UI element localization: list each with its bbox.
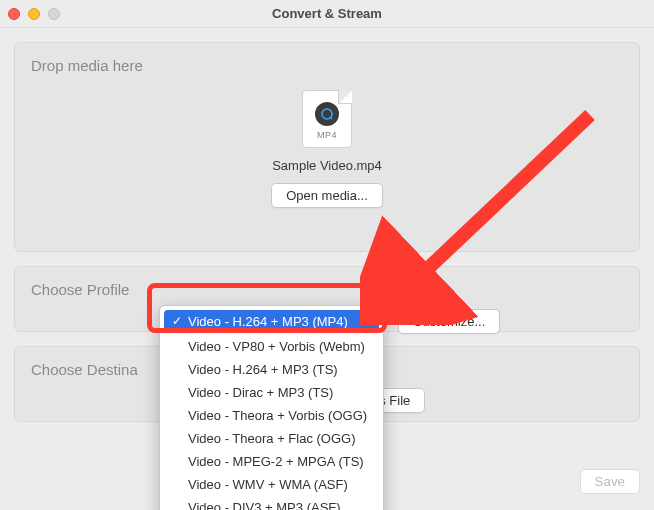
dropdown-item[interactable]: Video - MPEG-2 + MPGA (TS) [160, 450, 383, 473]
file-icon: MP4 [302, 90, 352, 148]
convert-stream-window: Convert & Stream Drop media here MP4 Sam… [0, 0, 654, 510]
file-ext-label: MP4 [317, 130, 337, 140]
filename-label: Sample Video.mp4 [272, 158, 382, 173]
dropdown-item[interactable]: Video - WMV + WMA (ASF) [160, 473, 383, 496]
open-media-button[interactable]: Open media... [271, 183, 383, 208]
dropdown-item-selected[interactable]: Video - H.264 + MP3 (MP4) [164, 310, 379, 333]
dropdown-item[interactable]: Video - Theora + Vorbis (OGG) [160, 404, 383, 427]
profile-dropdown[interactable]: Video - H.264 + MP3 (MP4) Video - VP80 +… [159, 305, 384, 510]
save-button[interactable]: Save [580, 469, 640, 494]
file-dogear-icon [338, 90, 352, 104]
dropdown-item[interactable]: Video - Theora + Flac (OGG) [160, 427, 383, 450]
dropdown-item[interactable]: Video - VP80 + Vorbis (Webm) [160, 335, 383, 358]
choose-profile-title: Choose Profile [31, 281, 623, 298]
window-title: Convert & Stream [0, 6, 654, 21]
dropdown-item[interactable]: Video - Dirac + MP3 (TS) [160, 381, 383, 404]
drop-media-title: Drop media here [31, 57, 623, 74]
quicktime-icon [315, 102, 339, 126]
dropdown-item[interactable]: Video - H.264 + MP3 (TS) [160, 358, 383, 381]
drop-media-panel[interactable]: Drop media here MP4 Sample Video.mp4 Ope… [14, 42, 640, 252]
drop-body: MP4 Sample Video.mp4 Open media... [31, 84, 623, 208]
customize-button[interactable]: Customize... [398, 309, 500, 334]
titlebar: Convert & Stream [0, 0, 654, 28]
dropdown-item[interactable]: Video - DIV3 + MP3 (ASF) [160, 496, 383, 510]
